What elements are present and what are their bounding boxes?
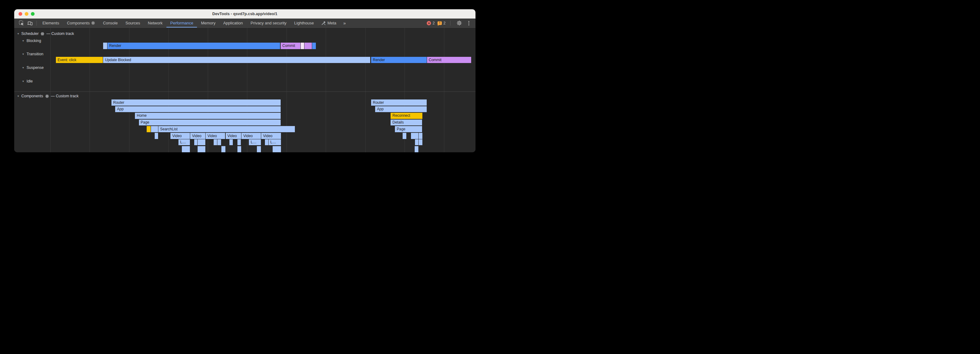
flame-bar-video[interactable]: Video (190, 133, 205, 139)
flame-bar[interactable] (229, 139, 233, 145)
track-title: Scheduler (21, 32, 38, 36)
tab-console[interactable]: Console (99, 19, 122, 27)
flame-bar[interactable] (214, 139, 217, 145)
tab-sources[interactable]: Sources (122, 19, 144, 27)
flame-bar[interactable] (237, 139, 241, 145)
flame-bar[interactable] (197, 139, 205, 145)
lane-suspense[interactable]: ▼Suspense (22, 65, 44, 70)
kebab-menu-icon[interactable] (466, 21, 471, 26)
traffic-light-close[interactable] (19, 12, 22, 16)
track-header-components[interactable]: ▼Components — Custom track (17, 94, 78, 98)
flame-bar-l[interactable]: L… (249, 139, 261, 145)
traffic-light-zoom[interactable] (31, 12, 35, 16)
flame-bar[interactable] (182, 146, 190, 152)
errors-count: 2 (433, 21, 435, 26)
gridline (444, 28, 444, 152)
lane-title: Idle (27, 79, 33, 83)
flame-bar[interactable] (419, 139, 422, 145)
device-toolbar-icon[interactable] (26, 19, 34, 27)
flame-bar[interactable] (402, 133, 406, 139)
tab-network[interactable]: Network (144, 19, 166, 27)
title-bar: DevTools - qsvd7p.csb.app/video/1 (14, 9, 476, 19)
flame-bar[interactable] (147, 126, 151, 132)
flame-bar-commit[interactable]: Commit (281, 43, 301, 49)
react-atom-icon (45, 94, 49, 98)
flame-bar[interactable] (415, 146, 418, 152)
flame-bar[interactable] (301, 43, 304, 49)
tab-privacy-and-security[interactable]: Privacy and security (247, 19, 290, 27)
flame-bar[interactable] (415, 139, 418, 145)
lane-transition[interactable]: ▼Transition (22, 52, 43, 56)
flame-bar-video[interactable]: Video (261, 133, 281, 139)
flame-bar[interactable] (273, 146, 281, 152)
settings-gear-icon[interactable] (455, 19, 463, 27)
toolbar-divider (37, 21, 37, 26)
flame-bar-reconnect[interactable]: Reconnect (391, 113, 422, 119)
flame-bar[interactable] (237, 146, 241, 152)
flame-bar-home[interactable]: Home (135, 113, 281, 119)
track-header-scheduler[interactable]: ▼Scheduler — Custom track (17, 32, 74, 36)
flame-bar-router[interactable]: Router (111, 99, 281, 106)
lane-title: Suspense (27, 65, 44, 70)
tab-label: Application (223, 21, 243, 26)
flame-bar-app[interactable]: App (115, 106, 281, 112)
tab-performance[interactable]: Performance (166, 19, 197, 27)
flame-bar[interactable] (304, 43, 312, 49)
collapse-triangle-icon: ▼ (17, 32, 19, 35)
flame-bar-render[interactable]: Render (107, 43, 280, 49)
tab-elements[interactable]: Elements (38, 19, 63, 27)
tab-components[interactable]: Components (63, 19, 99, 27)
tab-memory[interactable]: Memory (197, 19, 219, 27)
tab-lighthouse[interactable]: Lighthouse (290, 19, 318, 27)
gridline (89, 28, 90, 152)
tab-meta[interactable]: Meta (318, 19, 340, 27)
flame-bar[interactable] (221, 146, 225, 152)
tab-label: Network (148, 21, 163, 26)
flame-bar[interactable] (194, 139, 197, 145)
flame-bar-video[interactable]: Video (170, 133, 190, 139)
tab-application[interactable]: Application (219, 19, 247, 27)
flame-bar-page[interactable]: Page (139, 120, 281, 125)
flame-bar[interactable] (151, 126, 158, 132)
flame-bar[interactable] (217, 139, 221, 145)
track-suffix: — Custom track (46, 32, 74, 36)
flame-bar-video[interactable]: Video (242, 133, 261, 139)
traffic-lights (19, 12, 35, 16)
flame-bar-app[interactable]: App (375, 106, 427, 112)
inspect-icon[interactable] (17, 19, 25, 27)
flame-bar-router[interactable]: Router (371, 99, 427, 106)
flame-bar-searchlist[interactable]: SearchList (158, 126, 295, 132)
flame-bar[interactable] (197, 146, 205, 152)
flame-bar-video[interactable]: Video (226, 133, 241, 139)
flame-chart: ▼Scheduler — Custom track▼Blocking▼Trans… (14, 28, 476, 152)
flame-bar[interactable] (312, 43, 316, 49)
flame-bar-l[interactable]: L… (178, 139, 190, 145)
toolbar-right: × 2 ! 2 (427, 19, 476, 27)
gridline (50, 28, 51, 152)
flame-bar[interactable] (257, 146, 261, 152)
lane-blocking[interactable]: ▼Blocking (22, 38, 41, 43)
flame-bar[interactable] (411, 133, 419, 139)
tab-label: Components (67, 21, 90, 26)
more-tabs-icon[interactable]: » (340, 21, 349, 26)
warnings-badge[interactable]: ! 2 (438, 21, 445, 26)
errors-badge[interactable]: × 2 (427, 21, 435, 26)
flame-bar-commit[interactable]: Commit (427, 57, 471, 63)
warning-icon: ! (438, 21, 442, 25)
flame-bar-details[interactable]: Details (391, 120, 422, 125)
traffic-light-minimize[interactable] (25, 12, 29, 16)
flame-bar-l[interactable]: L… (269, 139, 281, 145)
warnings-count: 2 (443, 21, 445, 26)
flame-bar-event-click[interactable]: Event: click (56, 57, 103, 63)
flame-bar-page[interactable]: Page (395, 126, 422, 132)
flame-bar[interactable] (265, 139, 268, 145)
tab-label: Performance (170, 21, 193, 26)
lane-idle[interactable]: ▼Idle (22, 79, 33, 83)
flame-bar[interactable] (103, 43, 107, 49)
lane-title: Transition (27, 52, 43, 56)
flame-bar[interactable] (155, 133, 158, 139)
flame-bar[interactable] (419, 133, 422, 139)
flame-bar-render[interactable]: Render (371, 57, 427, 63)
flame-bar-update-blocked[interactable]: Update Blocked (103, 57, 370, 63)
flame-bar-video[interactable]: Video (206, 133, 225, 139)
